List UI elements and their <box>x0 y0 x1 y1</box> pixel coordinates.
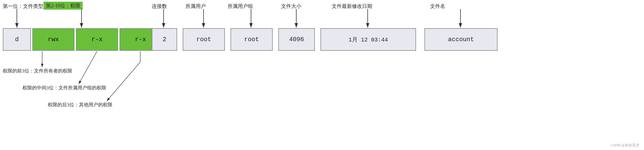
date-label: 文件最新修改日期 <box>332 3 372 10</box>
size-label: 文件大小 <box>281 3 301 10</box>
csdn-watermark: CSDN @步步见才 <box>611 143 640 148</box>
group-label: 所属用户组 <box>228 3 253 10</box>
links-box: 2 <box>152 28 177 51</box>
file-type-box: d <box>3 28 31 51</box>
permission-owner-box: rwx <box>32 28 74 51</box>
svg-line-12 <box>107 62 140 101</box>
links-label: 连接数 <box>152 3 167 10</box>
owner-box: root <box>183 28 225 51</box>
file-type-label: 第一位：文件类型 <box>3 3 43 10</box>
diagram-container: 第一位：文件类型 第2-10位：权限 连接数 所属用户 所属用户组 文件大小 文… <box>0 0 644 150</box>
svg-line-10 <box>79 51 97 84</box>
permission-label: 第2-10位：权限 <box>44 2 83 10</box>
filename-box: account <box>424 28 498 51</box>
size-box: 4096 <box>278 28 315 51</box>
owner-label: 所属用户 <box>186 3 206 10</box>
perm-owner-annotation: 权限的前3位：文件所有者的权限 <box>3 68 72 74</box>
perm-other-annotation: 权限的后3位：其他用户的权限 <box>48 102 112 108</box>
perm-group-annotation: 权限的中间3位：文件所属用户组的权限 <box>22 85 106 91</box>
permission-group-box: r-x <box>76 28 118 51</box>
date-box: 1月 12 03:44 <box>320 28 416 51</box>
group-box: root <box>231 28 273 51</box>
arrows-svg <box>0 0 644 150</box>
name-label: 文件名 <box>430 3 445 10</box>
